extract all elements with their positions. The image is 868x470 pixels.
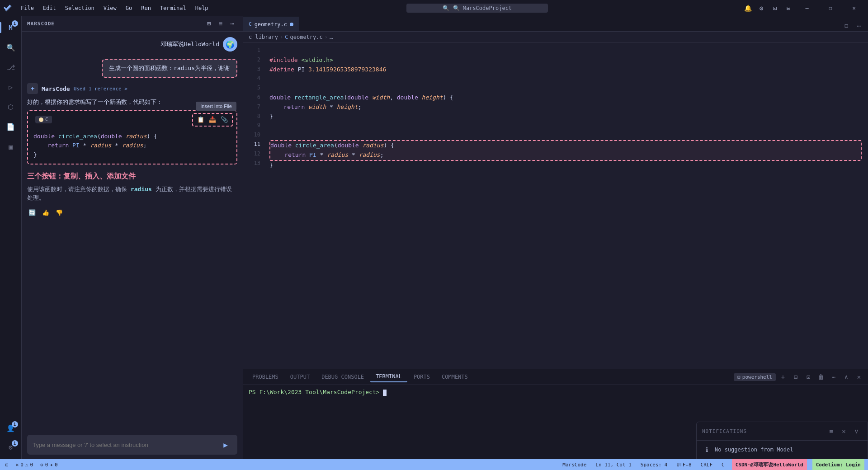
code-line-3: } [33,150,231,160]
sync-count: 0 [45,462,48,468]
close-panel-icon[interactable]: ✕ [854,371,864,382]
activity-account[interactable]: 👤 1 [2,419,20,437]
scrollbar[interactable] [862,42,868,369]
language-mode[interactable]: C [720,462,726,468]
tab-comments[interactable]: COMMENTS [436,372,473,382]
menu-view[interactable]: View [100,3,120,13]
collapse-panel-icon[interactable]: ∧ [841,371,852,382]
spaces-label: Spaces: 4 [641,462,668,468]
insert-code-button[interactable]: 📥 [208,115,217,125]
copy-code-button[interactable]: 📋 [196,115,206,125]
activity-remote[interactable]: ▣ [2,138,20,156]
tab-ports[interactable]: PORTS [408,372,435,382]
menu-selection[interactable]: Selection [61,3,98,13]
marscode-label: MarsCode [562,462,586,468]
user-header: 邓瑞军说HelloWorld 🌍 [27,37,237,52]
menu-terminal[interactable]: Terminal [156,3,190,13]
ai-reference[interactable]: Used 1 reference > [74,86,127,92]
search-bar[interactable]: 🔍 🔍 MarsCodeProject [406,4,548,13]
more-actions-icon[interactable]: ⋯ [854,20,864,31]
code-lines[interactable]: #include <stdio.h> #define PI 3.14159265… [266,42,862,369]
indentation[interactable]: Spaces: 4 [639,462,670,468]
close-button[interactable]: ✕ [844,0,864,16]
ai-status[interactable]: ⊙ 0 ✦ 0 [38,462,60,468]
add-file-button[interactable]: 📎 [219,115,229,125]
debug-icon: ▷ [9,83,13,91]
notifications-icon[interactable]: 🔔 [742,3,753,14]
menu-run[interactable]: Run [137,3,155,13]
collapse-notifications-icon[interactable]: ∨ [851,426,862,437]
thumbup-button[interactable]: 👍 [41,208,51,218]
sidebar: MARSCODE ⊞ ≡ ⋯ 邓瑞军说HelloWorld 🌍 生成一个圆的面积… [22,16,243,459]
terminal-panel: PROBLEMS OUTPUT DEBUG CONSOLE TERMINAL P… [243,369,868,459]
line-num-2: 2 [243,56,260,65]
menu-go[interactable]: Go [122,3,136,13]
user-message: 生成一个圆的面积函数：radius为半径，谢谢 [27,59,237,78]
encoding-label: UTF-8 [676,462,691,468]
line-num-6: 6 [243,93,260,103]
csdn-badge[interactable]: CSDN·@邓瑞军说HelloWorld [732,459,807,470]
line-num-11: 11 [243,140,260,150]
eol[interactable]: CRLF [699,462,715,468]
login-badge[interactable]: Codelium: Login [812,459,864,470]
activity-extensions[interactable]: ⬡ [2,98,20,116]
clear-notifications-icon[interactable]: ✕ [839,426,849,437]
tab-geometry-c[interactable]: C geometry.c [243,17,299,31]
errors-status[interactable]: ✕ 0 ⚠ 0 [14,462,35,468]
breadcrumb-library[interactable]: c_library [249,34,278,40]
maximize-button[interactable]: ❐ [820,0,841,16]
marscode-status[interactable]: MarsCode [561,462,588,468]
activity-search[interactable]: 🔍 [2,38,20,56]
settings-badge: 1 [12,440,18,446]
encoding[interactable]: UTF-8 [675,462,693,468]
code-lang-text: C [45,117,48,122]
layout-icon[interactable]: ⊡ [769,3,780,14]
settings-icon[interactable]: ⚙ [756,3,767,14]
tab-problems[interactable]: PROBLEMS [247,372,284,382]
breadcrumb-file[interactable]: geometry.c [290,34,323,40]
activity-source-control[interactable]: ⎇ [2,58,20,76]
activity-explorer[interactable]: 📄 [2,118,20,136]
menu-help[interactable]: Help [192,3,212,13]
editor-area: C geometry.c ⊟ ⋯ c_library › C geometry.… [243,16,868,459]
chat-input[interactable] [33,442,216,448]
activity-settings[interactable]: ⚙ 1 [2,438,20,456]
breadcrumb-ellipsis[interactable]: … [330,34,333,40]
code-editor-line-5 [269,84,862,93]
activity-marscode[interactable]: M 1 [2,19,20,37]
eol-label: CRLF [701,462,713,468]
maximize-panel-icon[interactable]: ⊡ [803,371,814,382]
code-editor-line-9 [269,121,862,131]
activity-debug[interactable]: ▷ [2,78,20,96]
title-bar: File Edit Selection View Go Run Terminal… [0,0,868,16]
terminal-tabs: PROBLEMS OUTPUT DEBUG CONSOLE TERMINAL P… [243,369,868,385]
more-terminal-icon[interactable]: ⋯ [828,371,839,382]
split-editor-icon[interactable]: ⊟ [841,20,852,31]
panel-icon[interactable]: ⊟ [783,3,794,14]
cursor-position[interactable]: Ln 11, Col 1 [594,462,633,468]
search-icon: 🔍 [443,5,449,11]
vscode-logo-icon [4,4,12,12]
menu-edit[interactable]: Edit [39,3,60,13]
status-right: MarsCode Ln 11, Col 1 Spaces: 4 UTF-8 CR… [561,459,864,470]
insert-into-file-button[interactable]: Insert Into File [196,102,236,111]
c-file-icon: C [249,21,252,27]
tab-output[interactable]: OUTPUT [285,372,315,382]
minimize-button[interactable]: — [797,0,817,16]
add-terminal-icon[interactable]: + [778,371,788,382]
tab-debug-console[interactable]: DEBUG CONSOLE [316,372,369,382]
thumbdown-button[interactable]: 👎 [54,208,64,218]
new-chat-icon[interactable]: ⊞ [204,19,214,28]
regenerate-button[interactable]: 🔄 [27,208,37,218]
split-terminal-icon[interactable]: ⊟ [790,371,801,382]
menu-file[interactable]: File [17,3,38,13]
remote-status-icon[interactable]: ⊡ [4,462,10,468]
send-button[interactable]: ▶ [219,438,232,451]
delete-terminal-icon[interactable]: 🗑 [816,371,826,382]
filter-notifications-icon[interactable]: ≡ [826,426,837,437]
code-editor-line-12: return PI * radius * radius; [270,150,861,160]
more-options-icon[interactable]: ⋯ [227,19,237,28]
settings-icon[interactable]: ≡ [216,19,226,28]
ai-header: MarsCode Used 1 reference > [27,83,237,94]
tab-terminal[interactable]: TERMINAL [370,371,407,382]
